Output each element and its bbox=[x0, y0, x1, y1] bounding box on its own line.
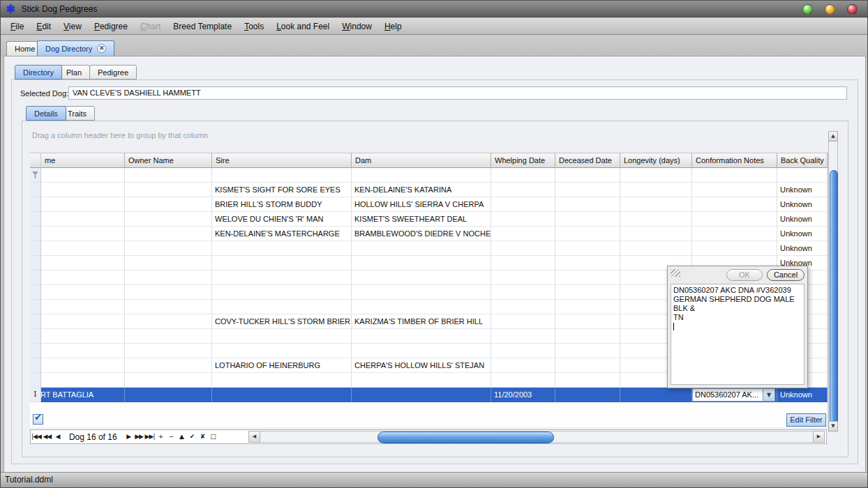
menu-look-and-feel[interactable]: Look and Feel bbox=[270, 20, 336, 33]
column-header-dam[interactable]: Dam bbox=[352, 153, 491, 168]
grid-cell[interactable] bbox=[125, 285, 212, 300]
tab-directory[interactable]: Directory bbox=[15, 65, 62, 79]
nav-first-icon[interactable]: |◀◀ bbox=[31, 430, 42, 443]
grid-cell[interactable]: KEN-DELAINE'S KATARINA bbox=[352, 183, 491, 197]
grid-cell[interactable] bbox=[555, 358, 620, 373]
vertical-scrollbar-track[interactable] bbox=[828, 142, 838, 421]
grid-cell[interactable] bbox=[491, 241, 555, 256]
grid-cell[interactable] bbox=[41, 314, 125, 329]
grid-cell[interactable]: CHERPA'S HOLLOW HILLS' STEJAN bbox=[352, 358, 491, 373]
menu-edit[interactable]: Edit bbox=[30, 20, 57, 33]
grid-cell[interactable] bbox=[125, 358, 212, 373]
close-tab-icon[interactable]: ✕ bbox=[97, 44, 106, 53]
grid-cell[interactable] bbox=[555, 285, 620, 300]
scroll-left-icon[interactable]: ◀ bbox=[248, 431, 260, 443]
minimize-button[interactable] bbox=[802, 4, 813, 15]
nav-last-icon[interactable]: ▶▶| bbox=[144, 430, 156, 443]
grid-cell[interactable]: DN05360207 AK...▼ bbox=[692, 388, 777, 402]
row-indicator[interactable] bbox=[30, 329, 41, 344]
grid-cell[interactable] bbox=[41, 168, 125, 183]
menu-file[interactable]: File bbox=[4, 20, 30, 33]
grid-cell[interactable] bbox=[491, 285, 555, 300]
grid-cell[interactable] bbox=[692, 212, 777, 227]
grid-cell[interactable]: KISMET'S SWEETHEART DEAL bbox=[352, 212, 491, 227]
row-indicator[interactable] bbox=[30, 373, 41, 388]
nav-next-icon[interactable]: ▶ bbox=[124, 430, 134, 443]
grid-cell[interactable] bbox=[125, 256, 212, 270]
grid-cell[interactable]: RT BATTAGLIA bbox=[41, 388, 125, 402]
grid-cell[interactable]: Unknown bbox=[777, 183, 828, 197]
grid-cell[interactable]: Unknown bbox=[777, 241, 828, 256]
cancel-button[interactable]: Cancel bbox=[767, 269, 805, 281]
grid-cell[interactable]: BRAMBLEWOOD'S DIEDRE V NOCHEE II bbox=[352, 227, 491, 241]
grid-cell[interactable]: 11/20/2003 bbox=[491, 388, 555, 402]
nav-cancel-edit-icon[interactable]: ✘ bbox=[197, 430, 207, 443]
grid-cell[interactable] bbox=[620, 227, 692, 241]
grid-cell[interactable] bbox=[352, 329, 491, 344]
grid-cell[interactable] bbox=[692, 183, 777, 197]
tab-pedigree[interactable]: Pedigree bbox=[89, 65, 137, 79]
grid-cell[interactable] bbox=[125, 168, 212, 183]
close-button[interactable] bbox=[847, 4, 858, 15]
menu-help[interactable]: Help bbox=[378, 20, 408, 33]
grid-cell[interactable]: HOLLOW HILLS' SIERRA V CHERPA bbox=[352, 197, 491, 212]
grid-cell[interactable]: Unknown bbox=[777, 212, 828, 227]
grid-cell[interactable] bbox=[352, 344, 491, 358]
grid-cell[interactable] bbox=[41, 270, 125, 285]
memo-textarea[interactable]: DN05360207 AKC DNA #V362039 GERMAN SHEPH… bbox=[671, 284, 805, 385]
grid-cell[interactable] bbox=[125, 241, 212, 256]
menu-pedigree[interactable]: Pedigree bbox=[88, 20, 134, 33]
grid-cell[interactable] bbox=[692, 227, 777, 241]
horizontal-scrollbar-thumb[interactable] bbox=[377, 432, 554, 443]
tab-plan[interactable]: Plan bbox=[58, 65, 90, 79]
grid-cell[interactable] bbox=[491, 300, 555, 314]
grid-cell[interactable] bbox=[491, 256, 555, 270]
nav-prior-page-icon[interactable]: ◀◀ bbox=[42, 430, 52, 443]
grid-cell[interactable] bbox=[125, 270, 212, 285]
grid-cell[interactable] bbox=[125, 388, 212, 402]
nav-edit-icon[interactable]: ▲ bbox=[176, 430, 186, 443]
grid-cell[interactable] bbox=[352, 285, 491, 300]
grid-cell[interactable] bbox=[212, 329, 352, 344]
grid-cell[interactable] bbox=[491, 270, 555, 285]
column-header-back-quality[interactable]: Back Quality bbox=[777, 153, 828, 168]
grid-cell[interactable] bbox=[692, 241, 777, 256]
grid-cell[interactable] bbox=[555, 256, 620, 270]
row-indicator[interactable] bbox=[30, 183, 41, 197]
grid-cell[interactable]: KARIZMA'S TIMBER OF BRIER HILL bbox=[352, 314, 491, 329]
grid-cell[interactable] bbox=[555, 373, 620, 388]
grid-cell[interactable] bbox=[41, 344, 125, 358]
grid-cell[interactable] bbox=[555, 344, 620, 358]
grid-cell[interactable] bbox=[491, 212, 555, 227]
grid-cell[interactable] bbox=[491, 373, 555, 388]
grid-cell[interactable] bbox=[41, 373, 125, 388]
grid-cell[interactable] bbox=[212, 344, 352, 358]
grid-cell[interactable] bbox=[125, 212, 212, 227]
grid-cell[interactable]: COVY-TUCKER HILL'S STORM BRIER bbox=[212, 314, 352, 329]
grid-cell[interactable] bbox=[352, 241, 491, 256]
grid-cell[interactable] bbox=[491, 329, 555, 344]
row-indicator[interactable] bbox=[30, 358, 41, 373]
row-indicator[interactable] bbox=[30, 300, 41, 314]
resize-grip-icon[interactable] bbox=[671, 269, 680, 277]
grid-cell[interactable] bbox=[692, 197, 777, 212]
grid-cell[interactable] bbox=[125, 183, 212, 197]
grid-cell[interactable]: Unknown bbox=[777, 388, 828, 402]
grid-cell[interactable]: Unknown bbox=[777, 197, 828, 212]
grid-cell[interactable] bbox=[125, 197, 212, 212]
grid-cell[interactable] bbox=[125, 329, 212, 344]
row-indicator[interactable] bbox=[30, 344, 41, 358]
column-header-deceased-date[interactable]: Deceased Date bbox=[555, 153, 620, 168]
grid-cell[interactable] bbox=[212, 300, 352, 314]
vertical-scrollbar-thumb[interactable] bbox=[830, 170, 838, 424]
nav-post-icon[interactable]: ✔ bbox=[186, 430, 197, 443]
grid-cell[interactable] bbox=[212, 373, 352, 388]
grid-cell[interactable] bbox=[620, 212, 692, 227]
scroll-right-icon[interactable]: ▶ bbox=[813, 431, 825, 443]
grid-cell[interactable] bbox=[125, 344, 212, 358]
nav-refresh-icon[interactable]: □ bbox=[207, 430, 218, 443]
grid-cell[interactable] bbox=[212, 168, 352, 183]
grid-cell[interactable] bbox=[41, 358, 125, 373]
grid-cell[interactable] bbox=[491, 197, 555, 212]
grid-cell[interactable] bbox=[41, 183, 125, 197]
